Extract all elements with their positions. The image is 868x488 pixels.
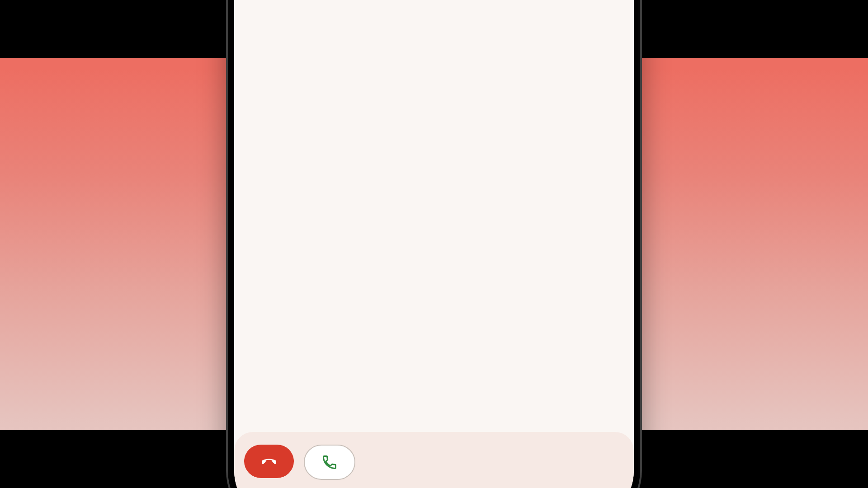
phone-hangup-icon [259,451,279,471]
call-action-bar [234,432,634,488]
phone-screen: Said to the caller Hi, the person who yo… [234,0,634,488]
hang-up-button[interactable] [244,445,294,478]
phone-frame: Said to the caller Hi, the person who yo… [226,0,642,488]
transcript-scroll[interactable]: Said to the caller Hi, the person who yo… [234,0,634,445]
phone-answer-icon [321,454,338,470]
stage: Said to the caller Hi, the person who yo… [0,0,868,488]
content-band: Said to the caller Hi, the person who yo… [0,58,868,430]
answer-button[interactable] [304,445,355,480]
